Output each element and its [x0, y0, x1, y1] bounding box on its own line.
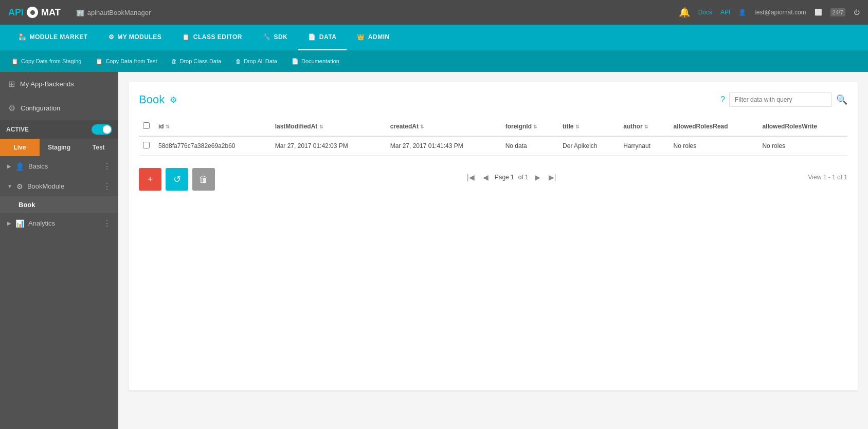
- sidebar-item-configuration[interactable]: ⚙ Configuration: [0, 96, 118, 120]
- data-table: id ⇅ lastModifiedAt ⇅ createdAt ⇅ f: [139, 117, 847, 156]
- of-label: of 1: [518, 174, 529, 181]
- env-tab-live[interactable]: Live: [0, 139, 40, 156]
- prev-page-button[interactable]: ◀: [481, 172, 491, 182]
- row-author: Harrynaut: [619, 136, 669, 156]
- view-info: View 1 - 1 of 1: [808, 174, 848, 181]
- refresh-button[interactable]: ↺: [166, 168, 188, 191]
- data-subnav: 📋 Copy Data from Staging 📋 Copy Data fro…: [0, 50, 868, 72]
- col-allowed-write: allowedRolesWrite: [758, 117, 847, 136]
- sort-modified-icon[interactable]: ⇅: [319, 124, 323, 129]
- sort-id-icon[interactable]: ⇅: [166, 124, 170, 129]
- row-title: Der Apikelch: [558, 136, 619, 156]
- support-icon[interactable]: 24/7: [830, 8, 845, 16]
- col-allowed-read: allowedRolesRead: [670, 117, 758, 136]
- help-icon[interactable]: ?: [720, 95, 725, 104]
- nav-class-editor[interactable]: 📋 CLASS EDITOR: [172, 25, 252, 50]
- module-market-icon: 🏪: [19, 33, 27, 41]
- row-id: 58d8fa776c7a382e69a2b60: [154, 136, 271, 156]
- bell-icon[interactable]: 🔔: [679, 7, 690, 18]
- data-icon: 📄: [308, 33, 316, 41]
- basics-menu-icon[interactable]: ⋮: [103, 161, 111, 171]
- copy-staging-button[interactable]: 📋 Copy Data from Staging: [5, 53, 87, 69]
- first-page-button[interactable]: |◀: [465, 172, 477, 182]
- content-header: Book ⚙ ? 🔍: [139, 92, 847, 107]
- drop-all-button[interactable]: 🗑 Drop All Data: [229, 53, 283, 69]
- active-section: ACTIVE: [0, 120, 118, 139]
- last-page-button[interactable]: ▶|: [547, 172, 558, 182]
- app-name: 🏢 apinautBookManager: [76, 9, 151, 16]
- filter-input[interactable]: [729, 92, 832, 107]
- content-card: Book ⚙ ? 🔍 id: [129, 82, 858, 390]
- power-icon[interactable]: ⏻: [854, 9, 860, 16]
- toggle-knob: [103, 125, 111, 134]
- user-icon: 👤: [738, 9, 746, 16]
- my-modules-icon: ⚙: [109, 33, 115, 41]
- select-all-checkbox[interactable]: [143, 122, 150, 129]
- sort-foreign-icon[interactable]: ⇅: [533, 124, 537, 129]
- header-left: APi MAT 🏢 apinautBookManager: [8, 7, 151, 18]
- sidebar: ⊞ My App-Backends ⚙ Configuration ACTIVE…: [0, 72, 118, 429]
- docs-link[interactable]: Docs: [698, 9, 712, 16]
- col-title: title ⇅: [558, 117, 619, 136]
- logo-mat: MAT: [41, 7, 61, 18]
- pagination-bar: + ↺ 🗑 |◀ ◀ Page 1 of 1 ▶: [139, 156, 847, 195]
- api-link[interactable]: API: [720, 9, 730, 16]
- sidebar-section-analytics[interactable]: ▶ 📊 Analytics ⋮: [0, 213, 118, 233]
- class-editor-icon: 📋: [182, 33, 190, 41]
- documentation-button[interactable]: 📄 Documentation: [285, 53, 346, 69]
- nav-my-modules[interactable]: ⚙ MY MODULES: [98, 25, 172, 50]
- apps-icon: ⊞: [8, 79, 15, 89]
- sort-author-icon[interactable]: ⇅: [644, 124, 648, 129]
- sidebar-item-book[interactable]: Book: [0, 196, 118, 213]
- next-page-button[interactable]: ▶: [533, 172, 542, 182]
- sidebar-section-bookmodule[interactable]: ▼ ⚙ BookModule ⋮: [0, 176, 118, 196]
- bookmodule-menu-icon[interactable]: ⋮: [103, 181, 111, 191]
- delete-record-button[interactable]: 🗑: [192, 168, 215, 191]
- row-checkbox-cell: [139, 136, 154, 156]
- documentation-icon: 📄: [292, 58, 299, 65]
- row-foreign-id: No data: [501, 136, 558, 156]
- drop-all-icon: 🗑: [236, 58, 241, 64]
- active-toggle[interactable]: [92, 124, 112, 135]
- app-name-text: apinautBookManager: [87, 9, 151, 16]
- table-row[interactable]: 58d8fa776c7a382e69a2b60 Mar 27, 2017 01:…: [139, 136, 847, 156]
- nav-data[interactable]: 📄 DATA: [298, 25, 347, 50]
- basics-label: Basics: [28, 162, 48, 170]
- table-header-row: id ⇅ lastModifiedAt ⇅ createdAt ⇅ f: [139, 117, 847, 136]
- window-icon[interactable]: ⬜: [815, 9, 822, 16]
- search-button[interactable]: 🔍: [836, 94, 847, 105]
- chevron-right-analytics-icon: ▶: [7, 220, 11, 226]
- env-tabs: Live Staging Test: [0, 139, 118, 156]
- header-right: 🔔 Docs API 👤 test@apiomat.com ⬜ 24/7 ⏻: [679, 7, 860, 18]
- chevron-right-icon: ▶: [7, 163, 11, 169]
- col-created-at: createdAt ⇅: [386, 117, 501, 136]
- drop-class-icon: 🗑: [171, 58, 177, 64]
- nav-admin[interactable]: 👑 ADMIN: [347, 25, 400, 50]
- nav-module-market[interactable]: 🏪 MODULE MARKET: [8, 25, 98, 50]
- sdk-icon: 🔧: [263, 33, 271, 41]
- sort-created-icon[interactable]: ⇅: [420, 124, 424, 129]
- env-tab-test[interactable]: Test: [79, 139, 118, 156]
- top-header: APi MAT 🏢 apinautBookManager 🔔 Docs API …: [0, 0, 868, 25]
- sidebar-item-my-app-backends[interactable]: ⊞ My App-Backends: [0, 72, 118, 96]
- sidebar-section-basics[interactable]: ▶ 👤 Basics ⋮: [0, 156, 118, 176]
- drop-class-button[interactable]: 🗑 Drop Class Data: [165, 53, 227, 69]
- row-created-at: Mar 27, 2017 01:41:43 PM: [386, 136, 501, 156]
- settings-gear-icon[interactable]: ⚙: [170, 95, 177, 105]
- row-allowed-write: No roles: [758, 136, 847, 156]
- col-foreign-id: foreignId ⇅: [501, 117, 558, 136]
- nav-sdk[interactable]: 🔧 SDK: [252, 25, 298, 50]
- logo[interactable]: APi MAT: [8, 7, 61, 18]
- logo-circle: [27, 7, 38, 18]
- add-record-button[interactable]: +: [139, 168, 161, 191]
- env-tab-staging[interactable]: Staging: [40, 139, 79, 156]
- analytics-menu-icon[interactable]: ⋮: [103, 218, 111, 228]
- sort-title-icon[interactable]: ⇅: [575, 124, 580, 129]
- chevron-down-icon: ▼: [7, 183, 12, 189]
- book-title: Book: [139, 93, 165, 106]
- row-allowed-read: No roles: [670, 136, 758, 156]
- row-checkbox[interactable]: [143, 142, 150, 148]
- copy-test-button[interactable]: 📋 Copy Data from Test: [89, 53, 163, 69]
- main-nav: 🏪 MODULE MARKET ⚙ MY MODULES 📋 CLASS EDI…: [0, 25, 868, 50]
- analytics-icon: 📊: [15, 219, 24, 228]
